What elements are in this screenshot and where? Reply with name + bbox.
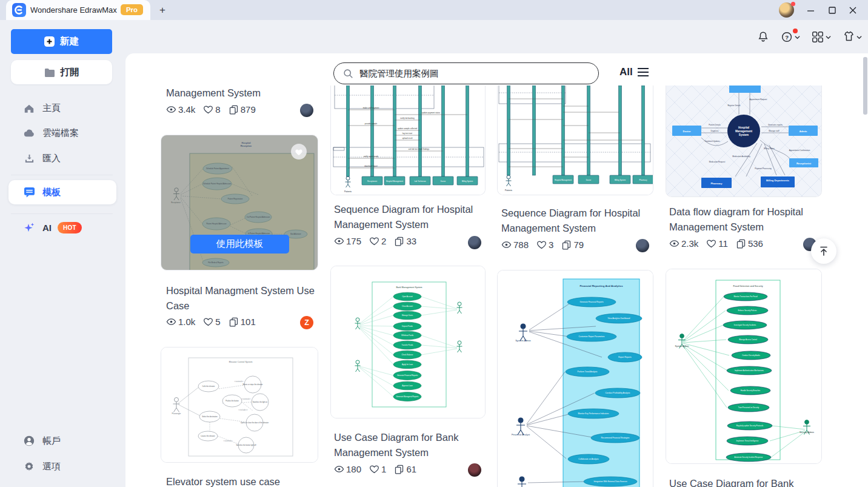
template-title[interactable]: Use Case Diagram for Bank: [669, 476, 821, 487]
author-avatar[interactable]: [300, 104, 313, 117]
template-thumbnail[interactable]: Financial Reporting And Analytics Genera…: [497, 270, 653, 487]
likes-stat[interactable]: 11: [706, 238, 728, 249]
author-avatar[interactable]: [468, 236, 481, 249]
copies-stat: 101: [229, 317, 256, 327]
svg-text:Security Admin: Security Admin: [800, 431, 814, 434]
template-thumbnail[interactable]: Hospital Management System Doctor Admin …: [666, 86, 822, 197]
svg-text:download report: download report: [364, 165, 378, 167]
svg-text:<<extend>>: <<extend>>: [242, 398, 251, 400]
svg-text:Investigate Security Incidents: Investigate Security Incidents: [734, 324, 756, 326]
svg-text:update payment status: update payment status: [422, 112, 441, 114]
template-thumbnail-hovered[interactable]: Hospital Reception Schedule Patient Appo…: [161, 135, 318, 270]
maximize-button[interactable]: [824, 2, 840, 18]
svg-text:Elevator Control System: Elevator Control System: [229, 361, 253, 363]
sidebar-item-account[interactable]: 帳戶: [8, 431, 116, 451]
svg-text:Billing System: Billing System: [615, 179, 626, 181]
likes-stat[interactable]: 5: [203, 317, 220, 327]
svg-text:<<extend>>: <<extend>>: [235, 380, 244, 383]
template-thumbnail[interactable]: Hospital Management Doctor Billing Syste…: [497, 86, 653, 195]
arrow-up-icon: [818, 246, 829, 257]
author-avatar[interactable]: [468, 463, 481, 477]
template-thumbnail[interactable]: Bank Management System Open Account Clos…: [330, 266, 486, 418]
sidebar-divider: [11, 175, 113, 175]
likes-stat[interactable]: 2: [369, 236, 386, 246]
use-template-button[interactable]: 使用此模板: [190, 235, 289, 254]
sidebar-item-cloud-files[interactable]: 雲端檔案: [8, 123, 116, 143]
template-title[interactable]: Hospital Managment System Use Case: [166, 283, 318, 314]
svg-text:Receptionist: Receptionist: [796, 162, 812, 165]
svg-text:Regularly update Security Prot: Regularly update Security Protocols: [736, 425, 764, 427]
template-title[interactable]: Use Case Diagram for Bank Management Sys…: [334, 430, 486, 460]
dataflow-diagram-preview: Hospital Management System Doctor Admin …: [666, 86, 822, 197]
folder-icon: [44, 68, 55, 77]
svg-text:Enforce Security Policies: Enforce Security Policies: [738, 309, 758, 312]
filter-all[interactable]: All: [619, 66, 649, 78]
sidebar-item-ai[interactable]: AI HOT: [8, 217, 116, 238]
notification-dot: [791, 2, 795, 6]
sidebar-item-import[interactable]: 匯入: [8, 148, 116, 169]
svg-text:Close Account: Close Account: [402, 305, 413, 307]
svg-text:Opens or close the door of the: Opens or close the door of the elevator: [241, 422, 269, 424]
plus-icon: [44, 36, 55, 47]
template-title[interactable]: Elevator system use case: [166, 474, 318, 487]
favorite-button[interactable]: [291, 144, 307, 160]
svg-text:Fraud Detection and Security: Fraud Detection and Security: [733, 285, 763, 287]
notifications-bell-icon[interactable]: [756, 30, 770, 44]
copy-icon: [229, 104, 239, 115]
apps-grid-icon[interactable]: [811, 30, 831, 44]
scrollbar-thumb[interactable]: [863, 57, 867, 115]
create-new-button[interactable]: 新建: [11, 29, 112, 54]
minimize-button[interactable]: [803, 2, 818, 18]
create-new-label: 新建: [60, 35, 79, 48]
svg-text:Patients: Patients: [505, 189, 512, 192]
sidebar-divider: [11, 213, 113, 214]
new-tab-button[interactable]: +: [156, 4, 169, 16]
svg-text:Implement Threat Intelligence: Implement Threat Intelligence: [736, 440, 759, 442]
template-title[interactable]: Data flow diagram for Hospital Managemen…: [669, 204, 821, 235]
svg-text:ask lab test result findings: ask lab test result findings: [409, 148, 430, 150]
svg-text:Medication Request: Medication Request: [709, 161, 726, 163]
sidebar-item-label: 模板: [42, 187, 61, 198]
sidebar-item-home[interactable]: 主頁: [8, 98, 116, 118]
template-thumbnail[interactable]: Fraud Detection and Security Monitor Tra…: [666, 269, 822, 464]
template-title[interactable]: Sequence Diagram for Hospital Management…: [334, 202, 486, 232]
account-icon: [23, 435, 35, 446]
scroll-to-top-button[interactable]: [811, 238, 836, 264]
eye-icon: [501, 240, 512, 250]
sidebar-item-options[interactable]: 選項: [8, 456, 116, 477]
author-avatar[interactable]: Z: [300, 316, 313, 329]
views-stat: 1.0k: [166, 317, 195, 327]
sidebar-item-label: 雲端檔案: [42, 127, 79, 139]
app-tab[interactable]: Wondershare EdrawMax Pro: [6, 0, 150, 20]
svg-text:Management: Management: [735, 130, 753, 133]
svg-text:Recommend Financial Strategies: Recommend Financial Strategies: [601, 437, 630, 439]
help-menu-icon[interactable]: ?: [781, 30, 800, 44]
svg-text:Billing System: Billing System: [462, 180, 473, 183]
close-button[interactable]: [845, 2, 861, 18]
sidebar-item-templates[interactable]: 模板: [8, 180, 116, 204]
template-title[interactable]: Sequence Diagram for Hospital Management…: [501, 206, 653, 236]
template-title[interactable]: Management System: [166, 86, 318, 101]
svg-text:Pushes the button: Pushes the button: [225, 400, 239, 402]
open-file-label: 打開: [61, 66, 79, 79]
open-file-button[interactable]: 打開: [11, 60, 112, 84]
likes-stat[interactable]: 1: [369, 464, 386, 474]
search-input[interactable]: 醫院管理使用案例圖: [359, 68, 439, 79]
svg-text:Switches the button light off: Switches the button light off: [236, 444, 256, 446]
template-thumbnail[interactable]: make a bill payment update payment statu…: [330, 86, 486, 195]
svg-text:Calls the elevator: Calls the elevator: [202, 385, 215, 388]
svg-text:Monitor Key Performance Indica: Monitor Key Performance Indicators: [578, 412, 609, 415]
svg-text:Medication Availability: Medication Availability: [732, 155, 750, 158]
search-bar[interactable]: 醫院管理使用案例圖: [333, 62, 599, 84]
sidebar-item-label: 帳戶: [42, 435, 61, 447]
author-avatar[interactable]: [636, 239, 649, 252]
svg-text:Open Account: Open Account: [402, 295, 413, 298]
template-thumbnail[interactable]: Elevator Control System Calls the elevat…: [161, 347, 318, 463]
likes-stat[interactable]: 8: [203, 104, 220, 115]
theme-shirt-icon[interactable]: [842, 30, 862, 44]
likes-stat[interactable]: 3: [536, 240, 553, 250]
svg-text:Lab Technician: Lab Technician: [414, 180, 426, 183]
svg-text:Manage Users: Manage Users: [402, 314, 413, 317]
copies-stat: 879: [229, 104, 256, 115]
svg-text:Generate Managerial Reports: Generate Managerial Reports: [396, 395, 419, 398]
